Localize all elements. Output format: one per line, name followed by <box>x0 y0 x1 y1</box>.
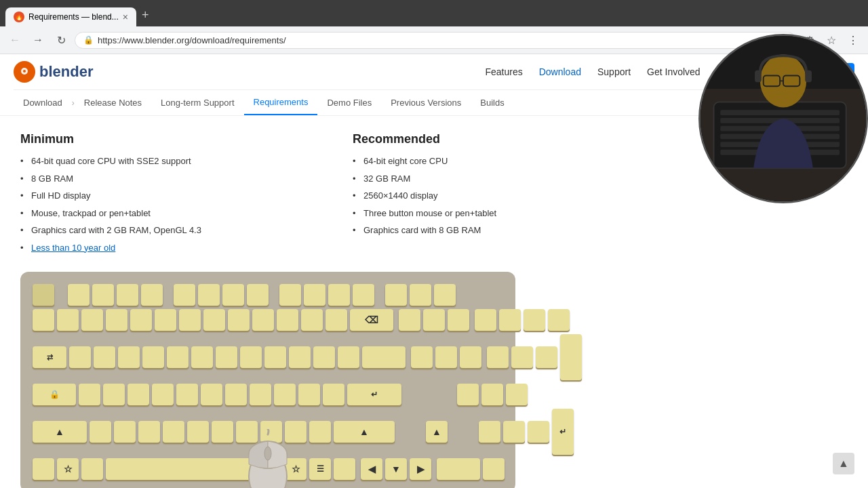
key-k[interactable] <box>250 384 271 405</box>
key-quote[interactable] <box>323 384 344 405</box>
key-1[interactable] <box>57 309 79 331</box>
key-f6[interactable] <box>198 284 220 306</box>
key-num-dot[interactable] <box>483 458 505 480</box>
key-f9[interactable] <box>279 284 301 306</box>
key-p[interactable] <box>289 346 311 368</box>
key-h[interactable] <box>201 384 222 405</box>
key-num9[interactable] <box>536 346 557 368</box>
key-i[interactable] <box>240 346 262 368</box>
key-q[interactable] <box>69 346 91 368</box>
key-capslock[interactable]: 🔒 <box>33 384 76 405</box>
key-num-enter[interactable]: ↵ <box>552 409 574 455</box>
key-num0[interactable] <box>437 458 480 480</box>
key-num-mul[interactable] <box>524 309 545 331</box>
key-print[interactable] <box>385 284 407 306</box>
key-f[interactable] <box>152 384 174 405</box>
key-minus[interactable] <box>301 309 323 331</box>
key-lalt[interactable] <box>81 458 103 480</box>
menu-button[interactable]: ⋮ <box>844 30 863 49</box>
key-num8[interactable] <box>511 346 533 368</box>
address-bar[interactable]: 🔒 https://www.blender.org/download/requi… <box>75 32 796 49</box>
key-esc[interactable] <box>33 284 54 306</box>
scroll-to-top-button[interactable]: ▲ <box>833 453 854 474</box>
key-s[interactable] <box>103 384 125 405</box>
reload-button[interactable]: ↻ <box>52 30 71 49</box>
key-num-plus[interactable] <box>560 334 582 380</box>
nav-get-involved[interactable]: Get Involved <box>647 66 701 77</box>
key-a[interactable] <box>79 384 100 405</box>
key-n[interactable] <box>212 421 233 443</box>
key-0[interactable] <box>277 309 298 331</box>
active-tab[interactable]: 🔥 Requirements — blend... × <box>5 7 136 26</box>
key-z[interactable] <box>90 421 111 443</box>
key-lshift[interactable]: ▲ <box>33 421 87 443</box>
subnav-requirements[interactable]: Requirements <box>244 90 318 115</box>
key-lctrl[interactable] <box>33 458 54 480</box>
key-lbracket[interactable] <box>313 346 335 368</box>
key-v[interactable] <box>163 421 184 443</box>
key-f12[interactable] <box>353 284 374 306</box>
key-f8[interactable] <box>247 284 269 306</box>
key-o[interactable] <box>264 346 286 368</box>
key-b[interactable] <box>187 421 209 443</box>
key-rwin[interactable]: ☰ <box>309 458 331 480</box>
key-w[interactable] <box>94 346 115 368</box>
subnav-download[interactable]: Download <box>14 91 72 115</box>
key-scroll[interactable] <box>410 284 431 306</box>
key-del[interactable] <box>411 346 433 368</box>
subnav-builds[interactable]: Builds <box>471 91 513 115</box>
key-num5[interactable] <box>481 384 503 405</box>
less-than-10-year-link[interactable]: Less than 10 year old <box>31 243 115 253</box>
nav-download[interactable]: Download <box>539 66 581 77</box>
subnav-previous-versions[interactable]: Previous Versions <box>381 91 471 115</box>
key-num6[interactable] <box>506 384 528 405</box>
key-f7[interactable] <box>222 284 244 306</box>
blender-logo[interactable]: blender <box>14 61 93 83</box>
key-pgdn[interactable] <box>460 346 481 368</box>
key-num2[interactable] <box>503 421 525 443</box>
subnav-demo-files[interactable]: Demo Files <box>317 91 381 115</box>
key-f10[interactable] <box>304 284 326 306</box>
key-backslash[interactable] <box>362 346 406 368</box>
key-lwin[interactable]: ☆ <box>57 458 79 480</box>
key-ins[interactable] <box>399 309 420 331</box>
key-enter[interactable]: ↵ <box>347 384 401 405</box>
key-5[interactable] <box>155 309 176 331</box>
key-c[interactable] <box>138 421 160 443</box>
key-right[interactable]: ▶ <box>410 458 431 480</box>
forward-button[interactable]: → <box>28 30 47 49</box>
key-num7[interactable] <box>487 346 509 368</box>
key-x[interactable] <box>114 421 136 443</box>
key-d[interactable] <box>127 384 149 405</box>
key-backspace[interactable]: ⌫ <box>350 309 393 331</box>
subnav-long-term-support[interactable]: Long-term Support <box>151 91 243 115</box>
key-pgup[interactable] <box>448 309 469 331</box>
key-backtick[interactable] <box>33 309 54 331</box>
key-rctrl[interactable] <box>334 458 355 480</box>
key-r[interactable] <box>142 346 164 368</box>
key-8[interactable] <box>228 309 250 331</box>
subnav-release-notes[interactable]: Release Notes <box>75 91 151 115</box>
key-l[interactable] <box>274 384 296 405</box>
nav-features[interactable]: Features <box>485 66 522 77</box>
key-equals[interactable] <box>326 309 347 331</box>
key-e[interactable] <box>118 346 140 368</box>
key-6[interactable] <box>179 309 201 331</box>
key-left[interactable]: ◀ <box>361 458 382 480</box>
nav-support[interactable]: Support <box>597 66 631 77</box>
key-up[interactable]: ▲ <box>426 421 448 443</box>
key-f3[interactable] <box>117 284 138 306</box>
new-tab-button[interactable]: + <box>138 4 153 26</box>
key-num-lock[interactable] <box>475 309 496 331</box>
key-end[interactable] <box>435 346 457 368</box>
back-button[interactable]: ← <box>5 30 24 49</box>
key-3[interactable] <box>106 309 127 331</box>
key-pause[interactable] <box>434 284 456 306</box>
key-tab[interactable]: ⇄ <box>33 346 66 368</box>
key-num4[interactable] <box>457 384 479 405</box>
key-j[interactable] <box>225 384 247 405</box>
key-2[interactable] <box>81 309 103 331</box>
key-f2[interactable] <box>92 284 114 306</box>
close-tab-button[interactable]: × <box>123 12 128 22</box>
key-slash[interactable] <box>309 421 331 443</box>
